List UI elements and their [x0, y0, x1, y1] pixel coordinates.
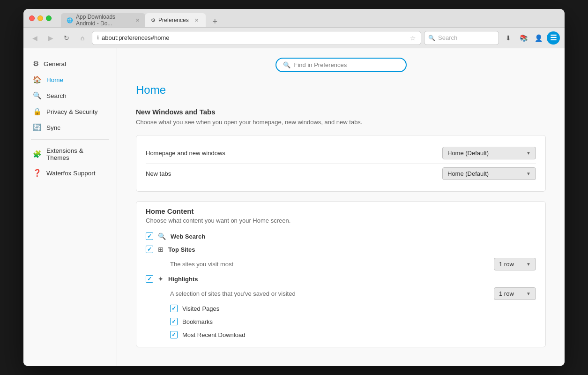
sidebar-item-privacy[interactable]: 🔒 Privacy & Security	[23, 104, 117, 120]
sidebar-item-search-label: Search	[46, 92, 67, 99]
extensions-icon: 🧩	[33, 150, 42, 158]
new-windows-heading: New Windows and Tabs	[136, 108, 546, 116]
sidebar-item-privacy-label: Privacy & Security	[46, 108, 98, 115]
reload-button[interactable]: ↻	[60, 31, 73, 45]
general-icon: ⚙	[33, 60, 39, 68]
highlights-row: ✦ Highlights	[146, 272, 536, 285]
highlights-sub-text: A selection of sites that you've saved o…	[170, 290, 296, 297]
minimize-button[interactable]	[37, 15, 43, 21]
tab-label: App Downloads Android - Do...	[76, 14, 130, 27]
find-input-wrapper[interactable]: 🔍	[275, 58, 407, 72]
sidebar: ⚙ General 🏠 Home 🔍 Search 🔒 Privacy & Se…	[23, 48, 117, 366]
newtab-dropdown[interactable]: Home (Default) ▼	[442, 167, 536, 180]
sync-icon: 🔄	[33, 123, 42, 132]
sidebar-divider	[31, 139, 109, 140]
home-content-section: Home Content Choose what content you wan…	[136, 201, 546, 347]
web-search-checkbox[interactable]	[146, 232, 153, 240]
find-input[interactable]	[294, 61, 399, 68]
highlights-rows-dropdown[interactable]: 1 row ▼	[494, 287, 536, 300]
forward-button[interactable]: ▶	[44, 31, 57, 45]
account-button[interactable]: 👤	[532, 31, 545, 45]
tab-preferences[interactable]: ⚙ Preferences ✕	[145, 13, 206, 27]
sidebar-item-sync-label: Sync	[46, 124, 60, 131]
top-sites-rows-dropdown[interactable]: 1 row ▼	[494, 258, 536, 270]
home-button[interactable]: ⌂	[76, 31, 89, 45]
new-windows-desc: Choose what you see when you open your h…	[136, 119, 546, 126]
sidebar-item-general[interactable]: ⚙ General	[23, 56, 117, 72]
find-icon: 🔍	[283, 61, 290, 68]
visited-pages-checkbox[interactable]	[170, 305, 178, 312]
search-box[interactable]: 🔍 Search	[424, 31, 499, 45]
nav-bar: ◀ ▶ ↻ ⌂ ℹ about:preferences#home ☆ 🔍 Sea…	[23, 28, 565, 48]
main-area: 🔍 Home New Windows and Tabs Choose what …	[117, 48, 565, 366]
bookmark-icon[interactable]: ☆	[410, 34, 416, 42]
bookmarks-checkbox[interactable]	[170, 318, 178, 325]
newtab-label: New tabs	[146, 170, 171, 177]
sidebar-item-extensions[interactable]: 🧩 Extensions & Themes	[23, 143, 117, 165]
home-content-desc: Choose what content you want on your Hom…	[146, 217, 536, 224]
newtab-row: New tabs Home (Default) ▼	[146, 164, 536, 184]
web-search-icon: 🔍	[158, 232, 166, 240]
tab-preferences-icon: ⚙	[151, 17, 156, 23]
menu-button[interactable]: ☰	[547, 31, 560, 45]
nav-actions: ⬇ 📚 👤 ☰	[502, 31, 560, 45]
newtab-dropdown-arrow: ▼	[526, 171, 531, 176]
web-search-label: Web Search	[171, 233, 205, 240]
back-button[interactable]: ◀	[28, 31, 41, 45]
top-sites-rows-value: 1 row	[499, 261, 514, 268]
top-sites-sub-text: The sites you visit most	[170, 261, 233, 268]
bookmarks-label: Bookmarks	[182, 318, 213, 325]
title-bar: 🌐 App Downloads Android - Do... ✕ ⚙ Pref…	[23, 9, 565, 28]
top-sites-sub-desc: The sites you visit most 1 row ▼	[146, 256, 536, 272]
visited-pages-label: Visited Pages	[182, 305, 219, 312]
highlights-sub-desc: A selection of sites that you've saved o…	[146, 285, 536, 302]
address-bar[interactable]: ℹ about:preferences#home ☆	[92, 31, 421, 45]
browser-window: 🌐 App Downloads Android - Do... ✕ ⚙ Pref…	[23, 9, 565, 366]
support-icon: ❓	[33, 169, 42, 177]
sidebar-item-support-label: Waterfox Support	[46, 170, 96, 177]
sidebar-item-home[interactable]: 🏠 Home	[23, 72, 117, 88]
highlights-dropdown-arrow: ▼	[526, 291, 531, 296]
visited-pages-row: Visited Pages	[146, 302, 536, 315]
homepage-label: Homepage and new windows	[146, 150, 225, 157]
download-button[interactable]: ⬇	[502, 31, 515, 45]
search-placeholder: Search	[438, 34, 457, 41]
homepage-dropdown-arrow: ▼	[526, 150, 531, 156]
page-title: Home	[136, 83, 546, 97]
tabs-bar: 🌐 App Downloads Android - Do... ✕ ⚙ Pref…	[61, 9, 559, 27]
homepage-dropdown[interactable]: Home (Default) ▼	[442, 147, 536, 159]
find-bar: 🔍	[136, 58, 546, 72]
library-button[interactable]: 📚	[517, 31, 530, 45]
home-icon: 🏠	[33, 75, 42, 84]
sidebar-item-search[interactable]: 🔍 Search	[23, 88, 117, 104]
new-tab-button[interactable]: +	[209, 16, 221, 27]
privacy-icon: 🔒	[33, 107, 42, 116]
most-recent-download-checkbox[interactable]	[170, 331, 178, 338]
homepage-row: Homepage and new windows Home (Default) …	[146, 143, 536, 164]
tab-preferences-label: Preferences	[158, 17, 189, 23]
address-text: about:preferences#home	[102, 34, 407, 41]
web-search-row: 🔍 Web Search	[146, 230, 536, 243]
new-windows-settings: Homepage and new windows Home (Default) …	[136, 135, 546, 192]
top-sites-row: ⊞ Top Sites	[146, 243, 536, 256]
tab-close-button[interactable]: ✕	[135, 17, 140, 23]
most-recent-download-label: Most Recent Download	[182, 331, 245, 338]
address-icon: ℹ	[97, 35, 99, 41]
highlights-rows-value: 1 row	[499, 290, 514, 297]
homepage-value: Home (Default)	[447, 150, 489, 157]
highlights-checkbox[interactable]	[146, 275, 153, 283]
close-button[interactable]	[29, 15, 35, 21]
tab-preferences-close-button[interactable]: ✕	[194, 17, 200, 23]
traffic-lights	[29, 15, 52, 21]
tab-app-downloads[interactable]: 🌐 App Downloads Android - Do... ✕	[61, 13, 145, 27]
sidebar-item-extensions-label: Extensions & Themes	[46, 147, 107, 161]
top-sites-label: Top Sites	[168, 246, 195, 253]
top-sites-checkbox[interactable]	[146, 246, 153, 253]
new-windows-section: New Windows and Tabs Choose what you see…	[136, 108, 546, 192]
sidebar-item-support[interactable]: ❓ Waterfox Support	[23, 165, 117, 181]
maximize-button[interactable]	[46, 15, 52, 21]
page-content: ⚙ General 🏠 Home 🔍 Search 🔒 Privacy & Se…	[23, 48, 565, 366]
sidebar-item-sync[interactable]: 🔄 Sync	[23, 120, 117, 135]
highlights-label: Highlights	[168, 276, 198, 283]
top-sites-dropdown-arrow: ▼	[526, 262, 531, 267]
